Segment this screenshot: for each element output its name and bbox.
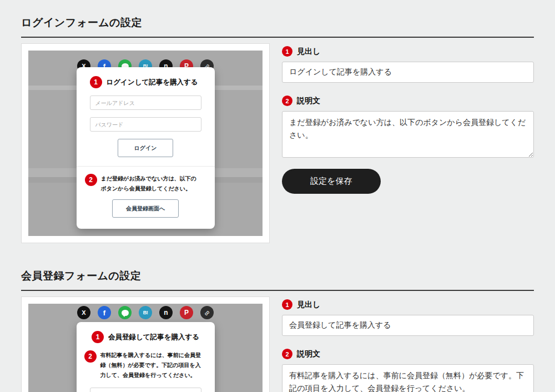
heading-field-label-row: 1 見出し (282, 46, 534, 57)
save-settings-button[interactable]: 設定を保存 (282, 169, 381, 194)
link-icon: ∞ (200, 306, 214, 319)
section-title-login: ログインフォームの設定 (21, 16, 534, 30)
annotation-badge-1: 1 (92, 331, 104, 343)
section-divider (21, 37, 534, 38)
login-settings-form: 1 見出し 2 説明文 まだ登録がお済みでない方は、以下のボタンから会員登録して… (282, 43, 534, 194)
register-note-text: まだ登録がお済みでない方は、以下のボタンから会員登録してください。 (101, 174, 201, 193)
modal-title-row: 1 ログインして記事を購入する (90, 76, 201, 88)
pinterest-icon: P (180, 306, 193, 319)
annotation-badge-1: 1 (90, 76, 102, 88)
heading-field-label: 見出し (297, 47, 320, 57)
field-badge-2: 2 (282, 349, 292, 359)
modal-note-row: 2 まだ登録がお済みでない方は、以下のボタンから会員登録してください。 (85, 174, 201, 193)
field-badge-2: 2 (282, 96, 292, 106)
note-icon: n (159, 306, 173, 319)
social-icon-row: XfB!nP∞ (28, 306, 263, 319)
line-icon (118, 306, 132, 319)
x-icon: X (77, 306, 90, 319)
description-field-label: 説明文 (297, 349, 320, 359)
preview-password-input (90, 117, 201, 132)
annotation-badge-2: 2 (85, 174, 97, 186)
login-modal-preview: 1 ログインして記事を購入する ログイン 2 まだ登録がお済みでない方は、以下の… (77, 67, 215, 229)
description-textarea[interactable]: 有料記事を購入するには、事前に会員登録（無料）が必要です。下記の項目を入力して、… (282, 364, 534, 392)
preview-login-button: ログイン (118, 139, 173, 157)
preview-register-button: 会員登録画面へ (112, 199, 179, 218)
modal-title: 会員登録して記事を購入する (108, 333, 199, 342)
description-field-label-row: 2 説明文 (282, 349, 534, 359)
facebook-icon: f (98, 306, 111, 319)
preview-email-input (90, 388, 201, 392)
heading-field-label-row: 1 見出し (282, 299, 534, 310)
login-form-settings-section: ログインフォームの設定 XfB!nP∞ 1 ログインして記事を購入する ログイン (21, 16, 534, 243)
heading-text-input[interactable] (282, 315, 534, 336)
section-divider (21, 290, 534, 291)
section-title-registration: 会員登録フォームの設定 (21, 269, 534, 283)
field-badge-1: 1 (282, 299, 292, 310)
heading-text-input[interactable] (282, 62, 534, 83)
modal-title-row: 1 会員登録して記事を購入する (90, 331, 201, 343)
modal-description-row: 2 有料記事を購入するには、事前に会員登録（無料）が必要です。下記の項目を入力し… (84, 350, 201, 380)
registration-description-text: 有料記事を購入するには、事前に会員登録（無料）が必要です。下記の項目を入力して、… (100, 350, 201, 380)
preview-email-input (90, 96, 201, 110)
description-textarea[interactable]: まだ登録がお済みでない方は、以下のボタンから会員登録してください。 (282, 111, 534, 158)
annotation-badge-2: 2 (84, 350, 97, 363)
preview-background: XfB!nP∞ 1 ログインして記事を購入する ログイン 2 まだ登録がお済みで… (28, 51, 263, 236)
preview-background: XfB!nP∞ 1 会員登録して記事を購入する 2 有料記事を購入するには、事前… (28, 304, 263, 392)
hatena-icon: B! (139, 306, 152, 319)
registration-settings-form: 1 見出し 2 説明文 有料記事を購入するには、事前に会員登録（無料）が必要です… (282, 296, 534, 392)
registration-modal-preview: 1 会員登録して記事を購入する 2 有料記事を購入するには、事前に会員登録（無料… (77, 322, 215, 392)
description-field-label-row: 2 説明文 (282, 96, 534, 106)
registration-form-preview: XfB!nP∞ 1 会員登録して記事を購入する 2 有料記事を購入するには、事前… (21, 296, 270, 392)
registration-form-settings-section: 会員登録フォームの設定 XfB!nP∞ 1 会員登録して記事を購入する 2 有料… (21, 269, 534, 392)
login-form-preview: XfB!nP∞ 1 ログインして記事を購入する ログイン 2 まだ登録がお済みで… (21, 43, 270, 243)
modal-divider (77, 166, 215, 167)
heading-field-label: 見出し (297, 300, 320, 310)
description-field-label: 説明文 (297, 96, 320, 106)
modal-title: ログインして記事を購入する (107, 78, 198, 87)
field-badge-1: 1 (282, 46, 292, 57)
